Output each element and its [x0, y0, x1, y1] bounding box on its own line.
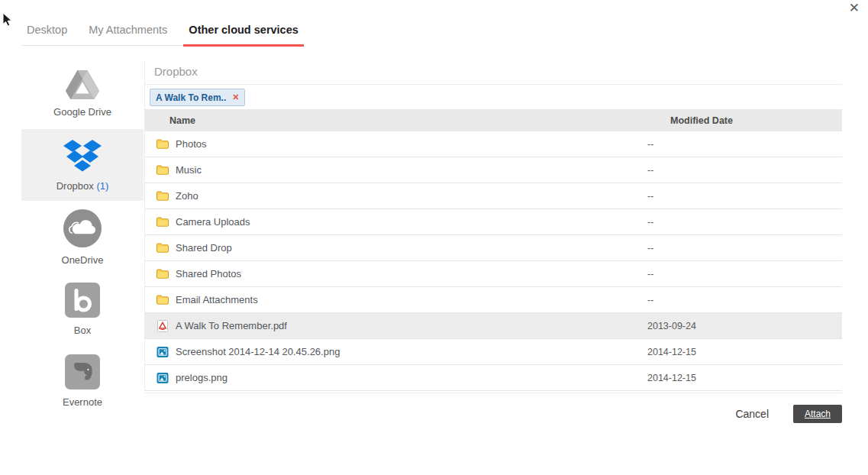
chip-remove-icon[interactable]: ✕ — [232, 92, 239, 102]
column-modified-date: Modified Date — [647, 115, 842, 126]
modified-date: -- — [647, 243, 842, 254]
service-label: Evernote — [63, 396, 102, 408]
mouse-cursor-icon — [2, 12, 12, 30]
file-name: prelogs.png — [176, 372, 227, 383]
service-label: Box — [74, 325, 91, 336]
folder-icon — [156, 138, 169, 150]
sidebar-item-google-drive[interactable]: Google Drive — [21, 57, 144, 129]
table-row[interactable]: Shared Photos-- — [145, 261, 842, 287]
modified-date: -- — [647, 217, 842, 228]
page-title: Dropbox — [145, 61, 842, 85]
table-row[interactable]: prelogs.png2014-12-15 — [145, 365, 842, 391]
table-row[interactable]: Photos-- — [145, 131, 842, 157]
tab-other-cloud-services[interactable]: Other cloud services — [183, 18, 303, 47]
cloud-services-sidebar: Google DriveDropbox (1)OneDriveBoxEverno… — [21, 57, 144, 416]
modified-date: -- — [647, 269, 842, 280]
close-icon[interactable]: ✕ — [849, 1, 860, 16]
file-name: Zoho — [176, 190, 198, 202]
modified-date: -- — [647, 191, 842, 202]
folder-icon — [156, 216, 169, 228]
folder-icon — [156, 242, 169, 254]
sidebar-item-box[interactable]: Box — [21, 273, 144, 344]
sidebar-item-dropbox[interactable]: Dropbox (1) — [21, 129, 144, 201]
column-name: Name — [145, 115, 647, 126]
file-name: Photos — [176, 138, 206, 150]
dropbox-icon — [62, 139, 103, 174]
modified-date: 2014-12-15 — [647, 373, 842, 383]
tab-bar: DesktopMy AttachmentsOther cloud service… — [21, 18, 304, 46]
google-drive-icon — [65, 69, 100, 100]
file-name: A Walk To Remember.pdf — [176, 320, 287, 331]
attach-button[interactable]: Attach — [793, 405, 842, 423]
sidebar-item-evernote[interactable]: Evernote — [21, 344, 144, 416]
folder-icon — [156, 190, 169, 202]
file-name: Shared Drop — [176, 242, 232, 254]
evernote-icon — [64, 354, 101, 390]
table-row[interactable]: Shared Drop-- — [145, 235, 842, 261]
selected-file-chip[interactable]: A Walk To Rem.. ✕ — [150, 89, 245, 106]
chip-label: A Walk To Rem.. — [156, 92, 226, 103]
file-name: Camera Uploads — [176, 216, 250, 228]
folder-icon — [156, 164, 169, 176]
file-name: Screenshot 2014-12-14 20.45.26.png — [176, 346, 340, 357]
image-icon — [156, 372, 169, 384]
table-row[interactable]: A Walk To Remember.pdf2013-09-24 — [145, 313, 842, 339]
modified-date: -- — [647, 165, 842, 176]
sidebar-item-onedrive[interactable]: OneDrive — [21, 201, 144, 273]
pdf-icon — [156, 320, 169, 332]
tab-my-attachments[interactable]: My Attachments — [83, 18, 173, 45]
table-row[interactable]: Email Attachments-- — [145, 287, 842, 313]
table-row[interactable]: Camera Uploads-- — [145, 209, 842, 235]
selection-chip-row: A Walk To Rem.. ✕ — [145, 85, 842, 109]
table-row[interactable]: Zoho-- — [145, 183, 842, 209]
modified-date: 2014-12-15 — [647, 347, 842, 357]
modified-date: -- — [647, 295, 842, 305]
folder-icon — [156, 268, 169, 280]
modified-date: 2013-09-24 — [647, 321, 842, 331]
file-name: Music — [176, 164, 202, 176]
file-list: Photos--Music--Zoho--Camera Uploads--Sha… — [145, 131, 842, 391]
service-label: Google Drive — [53, 106, 111, 118]
file-name: Shared Photos — [176, 268, 241, 280]
onedrive-icon — [63, 208, 102, 248]
table-header: Name Modified Date — [145, 109, 842, 131]
table-row[interactable]: Music-- — [145, 157, 842, 183]
file-name: Email Attachments — [176, 294, 258, 305]
footer: Cancel Attach — [145, 393, 842, 424]
cancel-button[interactable]: Cancel — [735, 408, 769, 420]
tab-desktop[interactable]: Desktop — [21, 18, 73, 45]
folder-icon — [156, 294, 169, 306]
box-icon — [64, 282, 101, 318]
image-icon — [156, 346, 169, 358]
modified-date: -- — [647, 139, 842, 150]
table-row[interactable]: Screenshot 2014-12-14 20.45.26.png2014-1… — [145, 339, 842, 365]
service-label: OneDrive — [62, 254, 104, 266]
service-label: Dropbox (1) — [56, 180, 109, 192]
file-browser-panel: Dropbox A Walk To Rem.. ✕ Name Modified … — [145, 61, 842, 424]
service-count: (1) — [96, 180, 108, 192]
